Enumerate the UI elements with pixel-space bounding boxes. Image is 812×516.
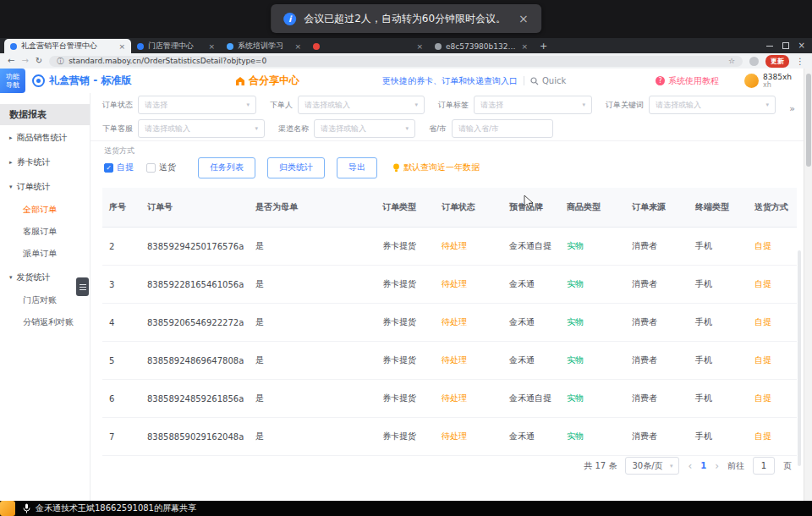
filter-field: 订单状态请选择▾	[102, 96, 256, 114]
sidebar-subitem[interactable]: 全部订单	[0, 199, 90, 221]
mouse-cursor	[524, 195, 534, 210]
sidebar-collapse-handle[interactable]	[76, 277, 89, 296]
user-name: 8385xh	[763, 73, 792, 81]
table-cell: 自提	[748, 380, 797, 417]
bookmark-star-icon[interactable]: ☆	[728, 57, 735, 65]
filter-select[interactable]: 请选择▾	[474, 96, 592, 114]
table-scrollbar[interactable]	[798, 250, 801, 466]
table-row[interactable]: 683858924859261856a是券卡提货待处理金禾通自提实物消费者手机自…	[102, 380, 797, 418]
bulb-icon	[392, 163, 400, 173]
browser-tab[interactable]: 系统培训学习×	[221, 39, 307, 53]
sidebar-item[interactable]: ▸商品销售统计	[0, 125, 90, 150]
table-cell: 是	[249, 304, 376, 341]
table-row[interactable]: 783858859029162048a是券卡提货待处理金禾通实物消费者手机自提	[102, 418, 797, 456]
filter-select[interactable]: 请选择或输入▾	[649, 96, 776, 114]
sidebar-item[interactable]: ▾订单统计	[0, 174, 90, 199]
page-size-select[interactable]: 30条/页 ▾	[625, 457, 679, 475]
browser-tab[interactable]: ×	[307, 39, 429, 53]
function-nav-toggle[interactable]: 功能 导航	[0, 69, 25, 93]
sidebar-subitem[interactable]: 分销返利对账	[0, 311, 90, 333]
table-row[interactable]: 383859228165461056a是券卡提货待处理金禾通实物消费者手机自提	[102, 266, 797, 304]
window-controls: ×	[766, 38, 805, 53]
header-promo: 更快捷的券卡、订单和快递查询入口 Quick	[382, 69, 566, 93]
share-center-link[interactable]: 合分享中心	[235, 69, 299, 93]
tutorial-link[interactable]: ? 系统使用教程	[656, 69, 719, 93]
browser-tab[interactable]: 礼盒营销平台管理中心×	[4, 39, 131, 53]
user-menu[interactable]: 8385xh xh	[744, 69, 792, 93]
promo-link[interactable]: 更快捷的券卡、订单和快递查询入口	[382, 75, 518, 87]
table-cell: 手机	[689, 380, 748, 417]
prev-page-icon[interactable]: ‹	[688, 460, 692, 472]
tab-close-icon[interactable]: ×	[416, 42, 423, 51]
action-button[interactable]: 归类统计	[267, 157, 325, 178]
delivery-checkbox[interactable]: 送货	[146, 162, 176, 173]
address-bar[interactable]: ⓘ standard.maboy.cn/OrderStatisticsDetai…	[49, 56, 743, 67]
action-button[interactable]: 导出	[337, 157, 377, 178]
table-row[interactable]: 583858924869647808a是券卡提货待处理金禾通实物消费者手机自提	[102, 342, 797, 380]
share-center-label: 合分享中心	[249, 74, 299, 88]
sidebar-menu: ▸商品销售统计▸券卡统计▾订单统计全部订单客服订单派单订单▾发货统计门店对账分销…	[0, 125, 90, 333]
sidebar-subitem-label: 客服订单	[23, 226, 57, 238]
back-icon[interactable]: ←	[8, 57, 14, 65]
table-cell: 手机	[689, 228, 748, 265]
sidebar-item[interactable]: ▸券卡统计	[0, 150, 90, 174]
sidebar-item-label: 发货统计	[17, 272, 51, 283]
filter-field: 下单客服请选择或输入▾	[102, 119, 265, 138]
new-tab-button[interactable]: +	[540, 41, 547, 52]
action-button[interactable]: 任务列表	[198, 157, 255, 178]
action-button-group: 任务列表归类统计导出	[198, 157, 377, 178]
maximize-icon[interactable]	[782, 42, 789, 49]
close-icon[interactable]: ×	[518, 12, 529, 25]
checkbox-icon	[146, 163, 156, 173]
close-window-icon[interactable]: ×	[798, 41, 805, 50]
browser-menu-icon[interactable]: ⋮	[796, 57, 804, 66]
table-row[interactable]: 283859294250176576a是券卡提货待处理金禾通自提实物消费者手机自…	[102, 228, 797, 266]
scrollbar-thumb[interactable]	[806, 74, 811, 167]
filter-input[interactable]: 请输入省/市	[452, 119, 553, 138]
table-cell: 自提	[748, 342, 797, 379]
browser-tabstrip: 礼盒营销平台管理中心×门店管理中心×系统培训学习××e8c573980b1328…	[0, 38, 812, 53]
table-cell: 83858859029162048a	[140, 418, 249, 455]
orders-table-head: 序号订单号是否为母单订单类型订单状态预售品牌商品类型订单来源终端类型送货方式	[102, 188, 797, 228]
page-scrollbar[interactable]	[804, 69, 812, 501]
chevron-down-icon: ▾	[414, 102, 418, 108]
delivery-checkbox[interactable]: ✓自提	[104, 162, 134, 173]
filter-select[interactable]: 请选择或输入▾	[138, 119, 265, 138]
current-page[interactable]: 1	[700, 461, 706, 470]
filter-row-1: 订单状态请选择▾下单人请选择或输入▾订单标签请选择▾订单关键词请选择或输入▾	[102, 96, 776, 114]
tab-close-icon[interactable]: ×	[521, 42, 528, 51]
tab-close-icon[interactable]: ×	[208, 42, 215, 51]
query-tip-text: 默认查询近一年数据	[403, 162, 480, 173]
browser-tab[interactable]: e8c573980b1328a258fd2e6×	[429, 39, 534, 53]
filter-select[interactable]: 请选择或输入▾	[298, 96, 425, 114]
collapse-filters-icon[interactable]: »	[789, 103, 795, 114]
forward-icon[interactable]: →	[21, 57, 28, 65]
reload-icon[interactable]: ↻	[36, 57, 42, 65]
goto-label: 前往	[727, 460, 744, 472]
minimize-icon[interactable]	[766, 46, 773, 47]
tab-close-icon[interactable]: ×	[118, 42, 125, 51]
goto-page-input[interactable]: 1	[753, 457, 775, 475]
tab-close-icon[interactable]: ×	[294, 42, 301, 51]
table-cell: 83859206546922272a	[140, 304, 249, 341]
app-header: 功能 导航 礼盒营销 - 标准版 合分享中心 更快捷的券卡、订单和快递查询入口 …	[0, 69, 804, 94]
browser-tab[interactable]: 门店管理中心×	[131, 39, 221, 53]
browser-profile-avatar[interactable]	[749, 57, 759, 66]
microphone-icon	[23, 503, 30, 513]
table-cell: 金禾通	[502, 266, 560, 303]
table-cell: 手机	[689, 304, 748, 341]
filter-select[interactable]: 请选择▾	[138, 96, 256, 114]
checkbox-icon: ✓	[104, 163, 113, 173]
next-page-icon[interactable]: ›	[715, 460, 719, 472]
site-info-icon[interactable]: ⓘ	[57, 57, 63, 66]
taskbar-avatar[interactable]	[0, 501, 15, 516]
quick-search[interactable]: Quick	[530, 76, 566, 85]
filter-select[interactable]: 请选择或输入▾	[314, 119, 415, 138]
tab-favicon-icon	[10, 43, 17, 50]
sidebar-subitem[interactable]: 客服订单	[0, 221, 90, 243]
browser-update-button[interactable]: 更新	[765, 55, 789, 68]
sidebar-subitem[interactable]: 派单订单	[0, 243, 90, 265]
table-cell: 是	[249, 418, 376, 455]
table-cell: 自提	[748, 418, 797, 455]
table-row[interactable]: 483859206546922272a是券卡提货待处理金禾通实物消费者手机自提	[102, 304, 797, 342]
